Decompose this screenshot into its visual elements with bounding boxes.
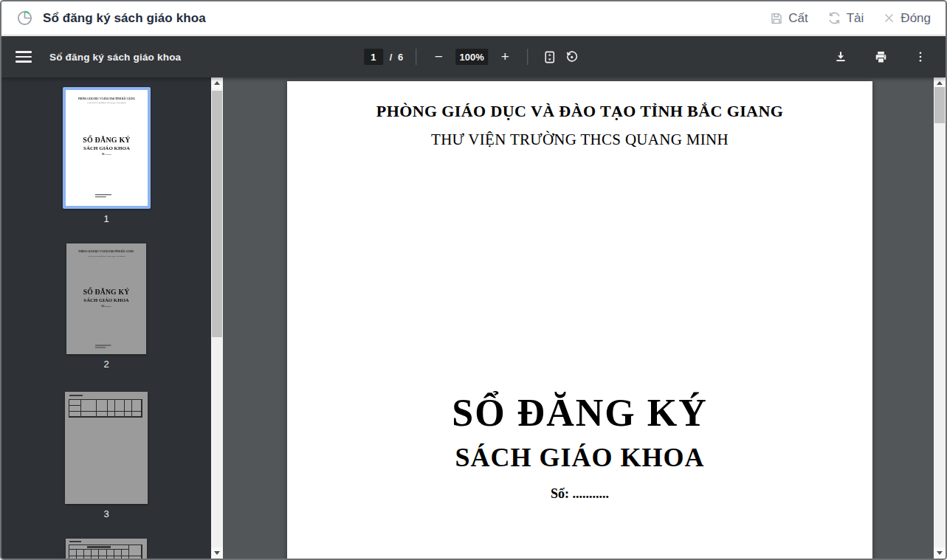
scroll-up-arrow[interactable] bbox=[211, 77, 223, 89]
thumbnail-page-3[interactable] bbox=[65, 392, 148, 504]
zoom-in-button[interactable]: + bbox=[494, 46, 516, 68]
sidebar-scrollbar-thumb[interactable] bbox=[212, 91, 222, 337]
close-button[interactable]: Đóng bbox=[883, 11, 931, 26]
app-header: Sổ đăng ký sách giáo khoa Cất bbox=[1, 1, 946, 35]
save-button-label: Cất bbox=[788, 11, 807, 26]
mini-footer-line bbox=[94, 196, 106, 197]
fit-page-button[interactable] bbox=[539, 46, 561, 68]
triangle-up-icon bbox=[937, 81, 943, 85]
thumbnail-block-4 bbox=[1, 539, 211, 559]
thumbnail-label-1: 1 bbox=[103, 213, 109, 224]
mini-caption-line bbox=[69, 395, 83, 396]
mini-title1: SỔ ĐĂNG KÝ bbox=[66, 288, 146, 296]
triangle-down-icon bbox=[937, 551, 943, 555]
zoom-out-button[interactable]: − bbox=[427, 46, 450, 68]
print-icon bbox=[874, 50, 888, 64]
pdf-viewer-content: PHÒNG GIÁO DỤC VÀ ĐÀO TẠO TỈNH BẮC GIANG… bbox=[1, 77, 946, 559]
pdf-page-viewer: PHÒNG GIÁO DỤC VÀ ĐÀO TẠO TỈNH BẮC GIANG… bbox=[223, 77, 934, 559]
page-number-input[interactable] bbox=[364, 49, 383, 65]
thumbnail-label-3: 3 bbox=[103, 508, 109, 519]
rotate-button[interactable] bbox=[561, 46, 583, 68]
mini-table bbox=[69, 399, 142, 418]
more-options-button[interactable] bbox=[909, 46, 931, 68]
doc-org-line2: THƯ VIỆN TRƯỜNG THCS QUANG MINH bbox=[287, 131, 872, 149]
kebab-menu-icon bbox=[914, 50, 927, 63]
pdf-document-title: Sổ đăng ký sách giáo khoa bbox=[49, 52, 181, 63]
doc-serial-line: Số: ........... bbox=[287, 486, 872, 502]
minus-icon: − bbox=[435, 49, 443, 65]
mini-title2: SÁCH GIÁO KHOA bbox=[66, 145, 148, 151]
header-actions: Cất Tải Đón bbox=[770, 11, 931, 26]
triangle-down-icon bbox=[214, 551, 220, 555]
thumbnail-label-2: 2 bbox=[103, 359, 109, 370]
mini-caption-line bbox=[69, 541, 81, 542]
pdf-toolbar: Sổ đăng ký sách giáo khoa / 6 − 100% + bbox=[1, 36, 946, 77]
mini-title1: SỔ ĐĂNG KÝ bbox=[66, 136, 148, 144]
mini-org-line2: THƯ VIỆN TRƯỜNG THCS QUANG MINH bbox=[66, 101, 148, 103]
mini-serial: Số: ........... bbox=[66, 153, 148, 156]
mini-footer-line bbox=[94, 194, 111, 195]
menu-icon[interactable] bbox=[16, 51, 32, 63]
scroll-down-arrow[interactable] bbox=[211, 547, 223, 559]
main-scrollbar-thumb[interactable] bbox=[934, 87, 945, 123]
triangle-up-icon bbox=[214, 81, 220, 85]
thumbnail-page-4[interactable] bbox=[66, 539, 147, 559]
thumbnail-block-2: PHÒNG GIÁO DỤC VÀ ĐÀO TẠO TỈNH BẮC GIANG… bbox=[1, 243, 211, 370]
app-window: Sổ đăng ký sách giáo khoa Cất bbox=[0, 0, 947, 560]
mini-org-line1: PHÒNG GIÁO DỤC VÀ ĐÀO TẠO TỈNH BẮC GIANG bbox=[66, 243, 146, 253]
sidebar-scrollbar[interactable] bbox=[211, 77, 223, 559]
download-icon bbox=[834, 50, 847, 63]
load-button-label: Tải bbox=[847, 11, 864, 26]
rotate-ccw-icon bbox=[565, 50, 579, 64]
thumbnail-page-2[interactable]: PHÒNG GIÁO DỤC VÀ ĐÀO TẠO TỈNH BẮC GIANG… bbox=[66, 243, 146, 354]
fit-page-icon bbox=[543, 50, 557, 64]
toolbar-divider bbox=[416, 49, 416, 65]
thumbnail-block-3: 3 bbox=[1, 392, 211, 519]
mini-serial: Số: ........... bbox=[66, 305, 146, 307]
save-button[interactable]: Cất bbox=[770, 11, 807, 26]
mini-footer-line bbox=[95, 345, 111, 346]
page-count-label: / 6 bbox=[390, 52, 404, 63]
toolbar-divider bbox=[527, 49, 528, 65]
refresh-icon bbox=[827, 11, 841, 25]
doc-title-line1: SỔ ĐĂNG KÝ bbox=[287, 391, 872, 435]
pie-chart-icon bbox=[16, 10, 33, 27]
mini-table bbox=[69, 545, 142, 559]
pdf-toolbar-center: / 6 − 100% + bbox=[364, 46, 583, 68]
pdf-page-1: PHÒNG GIÁO DỤC VÀ ĐÀO TẠO TỈNH BẮC GIANG… bbox=[287, 81, 872, 559]
doc-title-line2: SÁCH GIÁO KHOA bbox=[287, 442, 872, 473]
thumbnail-2-content: PHÒNG GIÁO DỤC VÀ ĐÀO TẠO TỈNH BẮC GIANG… bbox=[66, 243, 146, 308]
mini-org-line2: THƯ VIỆN TRƯỜNG THCS QUANG MINH bbox=[66, 255, 146, 257]
close-button-label: Đóng bbox=[900, 11, 931, 26]
pdf-toolbar-right bbox=[830, 46, 931, 68]
zoom-level-display: 100% bbox=[455, 49, 488, 65]
plus-icon: + bbox=[501, 49, 509, 65]
thumbnail-1-content: PHÒNG GIÁO DỤC VÀ ĐÀO TẠO TỈNH BẮC GIANG… bbox=[66, 90, 148, 156]
thumbnail-page-1[interactable]: PHÒNG GIÁO DỤC VÀ ĐÀO TẠO TỈNH BẮC GIANG… bbox=[63, 87, 151, 209]
scroll-down-arrow[interactable] bbox=[934, 547, 946, 559]
close-icon bbox=[883, 12, 895, 24]
mini-title2: SÁCH GIÁO KHOA bbox=[66, 297, 146, 303]
page-title: Sổ đăng ký sách giáo khoa bbox=[43, 11, 206, 26]
thumbnail-sidebar: PHÒNG GIÁO DỤC VÀ ĐÀO TẠO TỈNH BẮC GIANG… bbox=[1, 77, 211, 559]
print-button[interactable] bbox=[869, 46, 892, 68]
thumbnail-block-1: PHÒNG GIÁO DỤC VÀ ĐÀO TẠO TỈNH BẮC GIANG… bbox=[1, 87, 211, 224]
download-button[interactable] bbox=[830, 46, 852, 68]
load-button[interactable]: Tải bbox=[827, 11, 864, 26]
mini-org-line1: PHÒNG GIÁO DỤC VÀ ĐÀO TẠO TỈNH BẮC GIANG bbox=[66, 90, 148, 100]
doc-org-line1: PHÒNG GIÁO DỤC VÀ ĐÀO TẠO TỈNH BẮC GIANG bbox=[287, 102, 872, 121]
mini-footer-line bbox=[95, 347, 106, 348]
floppy-disk-icon bbox=[770, 12, 783, 25]
main-scrollbar[interactable] bbox=[934, 77, 946, 559]
